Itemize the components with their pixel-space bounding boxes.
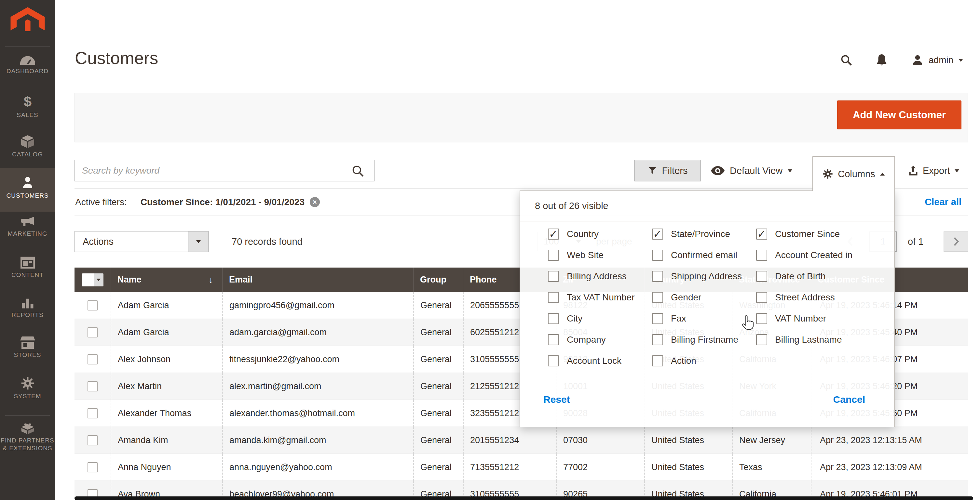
sidebar-item-stores[interactable]: STORES — [0, 337, 55, 359]
add-new-customer-button[interactable]: Add New Customer — [837, 100, 961, 129]
columns-label: Columns — [838, 169, 875, 179]
cell-group: General — [413, 292, 463, 319]
table-row[interactable]: Anna Nguyen anna.nguyen@yahoo.com Genera… — [75, 454, 968, 481]
column-option[interactable]: Billing Address — [548, 266, 652, 287]
column-option[interactable]: VAT Number — [756, 308, 860, 329]
filters-button[interactable]: Filters — [635, 160, 701, 181]
sidebar-divider — [5, 416, 50, 416]
reset-button[interactable]: Reset — [543, 394, 570, 405]
column-option[interactable]: Gender — [652, 287, 756, 308]
column-header[interactable]: Group ↓ — [413, 268, 463, 292]
page-actions-band: Add New Customer — [75, 93, 968, 142]
column-option-checkbox[interactable] — [548, 334, 559, 345]
select-all-control[interactable] — [75, 268, 111, 292]
column-option[interactable]: Shipping Address — [652, 266, 756, 287]
column-option[interactable]: Account Created in — [756, 244, 860, 266]
column-option[interactable]: Street Address — [756, 287, 860, 308]
column-option-checkbox[interactable] — [548, 356, 559, 367]
column-option-checkbox[interactable] — [652, 356, 663, 367]
column-option-checkbox[interactable] — [652, 271, 663, 282]
column-option-label: Billing Firstname — [671, 335, 738, 345]
column-option-checkbox[interactable] — [548, 292, 559, 303]
sidebar-item-catalog[interactable]: CATALOG — [0, 135, 55, 158]
column-option-checkbox[interactable] — [548, 313, 559, 324]
admin-menu-caret-icon[interactable] — [959, 59, 963, 62]
select-all-caret-icon[interactable] — [94, 273, 103, 286]
column-option-checkbox[interactable] — [652, 313, 663, 324]
actions-dropdown[interactable]: Actions — [75, 231, 208, 252]
column-option[interactable]: Tax VAT Number — [548, 287, 652, 308]
clear-all-link[interactable]: Clear all — [925, 197, 961, 207]
column-option-label: Action — [671, 356, 696, 366]
sidebar-item-dashboard[interactable]: DASHBOARD — [0, 56, 55, 75]
next-page-button[interactable] — [943, 232, 968, 252]
eye-icon — [711, 166, 725, 175]
sidebar-item-customers[interactable]: CUSTOMERS — [0, 176, 55, 200]
column-option-checkbox[interactable] — [548, 271, 559, 282]
columns-button[interactable]: Columns — [813, 156, 895, 191]
row-checkbox[interactable] — [88, 408, 98, 418]
table-row[interactable]: Amanda Kim amanda.kim@gmail.com General … — [75, 427, 968, 454]
column-option-checkbox[interactable] — [756, 271, 767, 282]
sidebar-item-sales[interactable]: $ SALES — [0, 95, 55, 119]
column-option-checkbox[interactable] — [652, 229, 663, 240]
column-option[interactable]: City — [548, 308, 652, 329]
select-all-checkbox[interactable] — [82, 273, 94, 286]
column-option-checkbox[interactable] — [652, 334, 663, 345]
column-option[interactable]: Fax — [652, 308, 756, 329]
column-option[interactable]: Date of Birth — [756, 266, 860, 287]
sidebar-item-find-partners[interactable]: FIND PARTNERS & EXTENSIONS — [0, 423, 55, 452]
cell-country: United States — [644, 454, 732, 481]
default-view-button[interactable]: Default View — [711, 160, 792, 181]
column-option[interactable]: Web Site — [548, 244, 652, 266]
column-option[interactable]: Confirmed email — [652, 244, 756, 266]
user-avatar-icon[interactable] — [912, 54, 923, 66]
row-checkbox[interactable] — [88, 435, 98, 445]
cancel-button[interactable]: Cancel — [833, 394, 865, 405]
view-caret-icon — [788, 169, 792, 172]
column-option-checkbox[interactable] — [756, 229, 767, 240]
column-option[interactable]: Account Lock — [548, 350, 652, 371]
row-checkbox[interactable] — [88, 327, 98, 337]
cell-zip: 77002 — [556, 454, 644, 481]
sidebar-item-reports[interactable]: REPORTS — [0, 297, 55, 319]
column-option-checkbox[interactable] — [548, 250, 559, 261]
default-view-label: Default View — [730, 165, 783, 176]
row-checkbox[interactable] — [88, 300, 98, 311]
column-option[interactable]: Country — [548, 223, 652, 244]
records-found-text: 70 records found — [232, 231, 302, 252]
sidebar-item-system[interactable]: SYSTEM — [0, 376, 55, 400]
sidebar-item-marketing[interactable]: MARKETING — [0, 216, 55, 238]
column-option[interactable]: Action — [652, 350, 756, 371]
column-header[interactable]: Email ↓ — [222, 268, 413, 292]
sidebar-item-content[interactable]: CONTENT — [0, 257, 55, 279]
column-option-checkbox[interactable] — [756, 292, 767, 303]
column-option-checkbox[interactable] — [756, 313, 767, 324]
search-submit-icon[interactable] — [351, 164, 365, 178]
search-input[interactable] — [75, 160, 374, 181]
column-option-checkbox[interactable] — [652, 292, 663, 303]
column-option[interactable]: Customer Since — [756, 223, 860, 244]
notifications-bell-icon[interactable] — [876, 54, 888, 67]
column-option-label: State/Province — [671, 229, 730, 239]
column-option-checkbox[interactable] — [756, 250, 767, 261]
columns-visible-count: 8 out of 26 visible — [520, 191, 894, 221]
search-icon[interactable] — [840, 54, 853, 66]
cell-name: Anna Nguyen — [111, 454, 222, 481]
row-checkbox[interactable] — [88, 462, 98, 472]
column-option-checkbox[interactable] — [652, 250, 663, 261]
column-option[interactable]: Billing Lastname — [756, 329, 860, 350]
magento-logo-icon[interactable] — [0, 7, 55, 33]
column-option-label: Tax VAT Number — [567, 292, 635, 303]
export-button[interactable]: Export — [908, 160, 959, 181]
column-option-checkbox[interactable] — [548, 229, 559, 240]
column-option-checkbox[interactable] — [756, 334, 767, 345]
column-option[interactable]: Billing Firstname — [652, 329, 756, 350]
row-checkbox[interactable] — [88, 381, 98, 391]
row-checkbox[interactable] — [88, 354, 98, 364]
admin-username[interactable]: admin — [929, 55, 953, 65]
remove-filter-icon[interactable]: × — [310, 197, 320, 207]
column-header[interactable]: Name ↓ — [111, 268, 222, 292]
column-option[interactable]: Company — [548, 329, 652, 350]
column-option[interactable]: State/Province — [652, 223, 756, 244]
